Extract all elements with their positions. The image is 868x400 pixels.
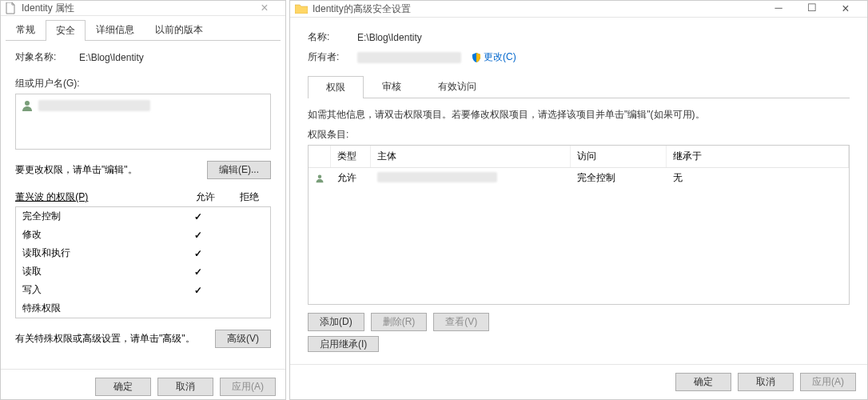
remove-button[interactable]: 删除(R) <box>371 313 428 331</box>
properties-dialog: Identity 属性 × 常规 安全 详细信息 以前的版本 对象名称: E:\… <box>0 0 286 400</box>
advanced-button[interactable]: 高级(V) <box>215 330 271 348</box>
table-header: 类型 主体 访问 继承于 <box>309 146 849 168</box>
svg-point-0 <box>25 101 30 106</box>
perm-row: 完全控制✓ <box>16 207 270 226</box>
inherit-actions: 启用继承(I) <box>308 338 850 351</box>
header-inherit[interactable]: 继承于 <box>667 146 849 167</box>
folder-icon <box>295 3 308 14</box>
file-icon <box>6 2 17 14</box>
apply-button[interactable]: 应用(A) <box>220 378 276 396</box>
view-button[interactable]: 查看(V) <box>433 313 489 331</box>
check-icon: ✓ <box>176 211 220 222</box>
check-icon: ✓ <box>176 266 220 278</box>
advanced-title: Identity的高级安全设置 <box>313 2 762 16</box>
minimize-icon[interactable]: ─ <box>762 2 795 16</box>
permission-entries-table: 类型 主体 访问 继承于 允许 完全控制 无 <box>308 145 850 305</box>
advanced-hint: 有关特殊权限或高级设置，请单击"高级"。 <box>15 332 195 346</box>
group-users-list[interactable] <box>15 94 271 150</box>
entry-type: 允许 <box>331 170 371 186</box>
owner-value-redacted <box>357 52 461 63</box>
instruction-text: 如需其他信息，请双击权限项目。若要修改权限项目，请选择该项目并单击"编辑"(如果… <box>308 108 850 122</box>
shield-icon <box>471 52 482 63</box>
entry-principal <box>371 171 571 186</box>
cancel-button[interactable]: 取消 <box>157 378 213 396</box>
properties-title: Identity 属性 <box>22 2 249 15</box>
object-name-value: E:\Blog\Identity <box>79 52 144 63</box>
tab-previous[interactable]: 以前的版本 <box>145 19 213 40</box>
perm-row: 特殊权限 <box>16 299 270 318</box>
entry-actions: 添加(D) 删除(R) 查看(V) <box>308 313 850 331</box>
permissions-table: 完全控制✓ 修改✓ 读取和执行✓ 读取✓ 写入✓ 特殊权限 <box>15 206 271 318</box>
name-label: 名称: <box>308 30 357 44</box>
group-users-label: 组或用户名(G): <box>15 77 271 90</box>
name-value: E:\Blog\Identity <box>357 32 422 43</box>
properties-tabs: 常规 安全 详细信息 以前的版本 <box>6 19 281 41</box>
window-controls: ─ ☐ × <box>762 2 862 16</box>
entry-inherit: 无 <box>667 170 849 186</box>
perm-row: 读取✓ <box>16 262 270 281</box>
perm-row: 读取和执行✓ <box>16 244 270 262</box>
cancel-button[interactable]: 取消 <box>738 373 794 391</box>
svg-point-1 <box>318 174 322 178</box>
entries-label: 权限条目: <box>308 128 850 142</box>
tab-effective[interactable]: 有效访问 <box>420 75 495 98</box>
deny-header: 拒绝 <box>227 190 271 204</box>
apply-button[interactable]: 应用(A) <box>800 373 856 391</box>
security-panel: 对象名称: E:\Blog\Identity 组或用户名(G): 要更改权限，请… <box>1 41 285 369</box>
list-item[interactable] <box>19 98 267 114</box>
close-icon[interactable]: × <box>829 2 862 16</box>
check-icon: ✓ <box>176 248 220 259</box>
check-icon: ✓ <box>176 285 220 296</box>
tab-permissions[interactable]: 权限 <box>308 76 364 98</box>
advanced-titlebar: Identity的高级安全设置 ─ ☐ × <box>290 1 867 18</box>
header-type[interactable]: 类型 <box>331 146 371 167</box>
object-name-row: 对象名称: E:\Blog\Identity <box>15 50 271 64</box>
advanced-body: 名称: E:\Blog\Identity 所有者: 更改(C) 权限 审核 有效… <box>290 18 867 364</box>
change-owner-link[interactable]: 更改(C) <box>484 50 516 64</box>
edit-button[interactable]: 编辑(E)... <box>207 161 271 179</box>
owner-label: 所有者: <box>308 50 357 64</box>
table-row[interactable]: 允许 完全控制 无 <box>309 168 849 188</box>
tab-details[interactable]: 详细信息 <box>86 19 145 40</box>
properties-titlebar: Identity 属性 × <box>1 1 285 16</box>
edit-row: 要更改权限，请单击"编辑"。 编辑(E)... <box>15 161 271 179</box>
header-access[interactable]: 访问 <box>571 146 667 167</box>
owner-row: 所有者: 更改(C) <box>308 50 850 64</box>
tab-security[interactable]: 安全 <box>46 20 86 41</box>
permissions-header: 董兴波 的权限(P) 允许 拒绝 <box>15 190 271 204</box>
principal-redacted <box>377 172 497 182</box>
entry-access: 完全控制 <box>571 170 667 186</box>
add-button[interactable]: 添加(D) <box>308 313 364 331</box>
permissions-for-label: 董兴波 的权限(P) <box>15 190 183 204</box>
allow-header: 允许 <box>183 190 227 204</box>
advanced-security-dialog: Identity的高级安全设置 ─ ☐ × 名称: E:\Blog\Identi… <box>289 0 868 400</box>
edit-hint: 要更改权限，请单击"编辑"。 <box>15 163 137 177</box>
maximize-icon[interactable]: ☐ <box>795 2 829 16</box>
object-name-label: 对象名称: <box>15 50 79 64</box>
properties-bottom-buttons: 确定 取消 应用(A) <box>1 369 285 400</box>
check-icon: ✓ <box>176 230 220 241</box>
close-icon[interactable]: × <box>249 1 281 15</box>
user-icon <box>21 99 34 112</box>
tab-general[interactable]: 常规 <box>6 19 46 40</box>
advanced-bottom-buttons: 确定 取消 应用(A) <box>290 364 867 399</box>
user-name-redacted <box>38 100 150 111</box>
tab-audit[interactable]: 审核 <box>364 75 420 98</box>
perm-row: 写入✓ <box>16 281 270 299</box>
ok-button[interactable]: 确定 <box>675 373 731 391</box>
name-row: 名称: E:\Blog\Identity <box>308 30 850 44</box>
header-principal[interactable]: 主体 <box>371 146 571 167</box>
user-icon <box>309 172 331 185</box>
perm-row: 修改✓ <box>16 226 270 244</box>
advanced-tabs: 权限 审核 有效访问 <box>308 75 850 98</box>
enable-inherit-button[interactable]: 启用继承(I) <box>308 336 379 352</box>
advanced-row: 有关特殊权限或高级设置，请单击"高级"。 高级(V) <box>15 330 271 348</box>
ok-button[interactable]: 确定 <box>95 378 151 396</box>
